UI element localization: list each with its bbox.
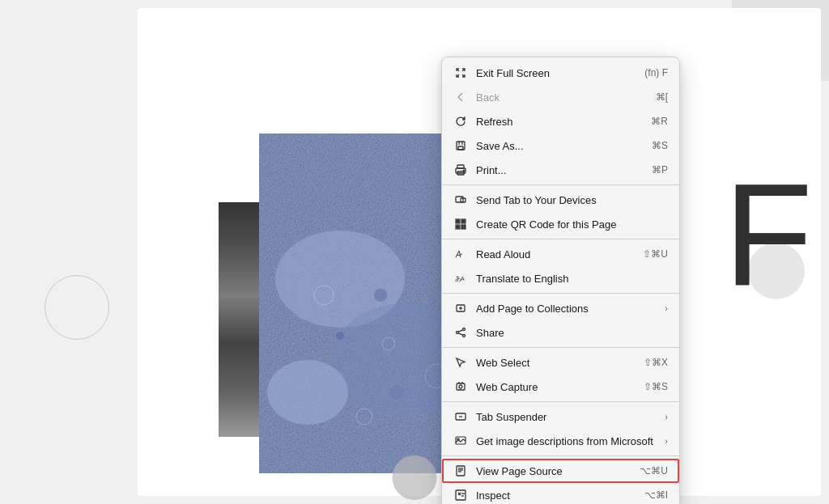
refresh-icon <box>453 114 468 129</box>
tab-suspender-icon <box>453 409 468 424</box>
image-descriptions-label: Get image descriptions from Microsoft <box>476 435 658 447</box>
menu-item-refresh[interactable]: Refresh ⌘R <box>442 109 679 133</box>
decorative-large-letter: F <box>724 162 813 307</box>
divider-4 <box>442 347 679 348</box>
divider-1 <box>442 184 679 185</box>
svg-rect-56 <box>457 383 465 390</box>
read-aloud-shortcut: ⇧⌘U <box>643 248 668 260</box>
translate-label: Translate to English <box>476 273 668 285</box>
svg-rect-41 <box>464 225 466 227</box>
send-tab-icon <box>453 193 468 207</box>
read-aloud-label: Read Aloud <box>476 248 627 260</box>
svg-point-57 <box>459 385 462 388</box>
svg-point-14 <box>416 274 426 284</box>
qr-code-label: Create QR Code for this Page <box>476 218 668 231</box>
svg-point-12 <box>374 289 387 302</box>
menu-item-save-as[interactable]: Save As... ⌘S <box>442 133 679 158</box>
svg-point-52 <box>463 335 466 337</box>
decorative-circle-bottom <box>393 455 437 500</box>
exit-full-screen-label: Exit Full Screen <box>476 67 628 79</box>
view-source-label: View Page Source <box>476 465 623 477</box>
menu-item-view-source[interactable]: View Page Source ⌥⌘U <box>442 459 679 483</box>
divider-5 <box>442 401 679 402</box>
divider-3 <box>442 293 679 294</box>
menu-item-send-tab[interactable]: Send Tab to Your Devices <box>442 188 679 212</box>
web-capture-label: Web Capture <box>476 381 627 393</box>
translate-icon: あ A <box>453 271 468 286</box>
menu-item-add-collections[interactable]: Add Page to Collections › <box>442 296 679 320</box>
web-select-shortcut: ⇧⌘X <box>644 357 668 368</box>
share-icon <box>453 325 468 340</box>
qr-code-icon <box>453 217 468 231</box>
menu-item-read-aloud[interactable]: A * Read Aloud ⇧⌘U <box>442 242 679 266</box>
save-as-shortcut: ⌘S <box>652 140 668 151</box>
add-collections-icon <box>453 301 468 316</box>
svg-text:A: A <box>461 276 465 282</box>
share-label: Share <box>476 327 668 339</box>
svg-point-51 <box>463 328 466 331</box>
tab-suspender-arrow: › <box>665 412 668 421</box>
svg-rect-42 <box>461 227 463 229</box>
svg-rect-37 <box>462 220 465 222</box>
svg-rect-39 <box>457 226 459 228</box>
svg-rect-64 <box>457 466 465 476</box>
context-menu: Exit Full Screen (fn) F Back ⌘[ Refresh … <box>441 57 680 504</box>
menu-item-back[interactable]: Back ⌘[ <box>442 85 679 109</box>
back-shortcut: ⌘[ <box>656 91 668 103</box>
image-descriptions-icon <box>453 434 468 448</box>
inspect-shortcut: ⌥⌘I <box>644 489 668 501</box>
svg-point-31 <box>463 170 465 172</box>
back-label: Back <box>476 91 640 104</box>
svg-point-11 <box>267 360 348 425</box>
decorative-circle-left <box>45 275 109 340</box>
menu-item-qr-code[interactable]: Create QR Code for this Page <box>442 212 679 236</box>
menu-item-tab-suspender[interactable]: Tab Suspender › <box>442 404 679 429</box>
svg-line-55 <box>459 333 463 335</box>
divider-2 <box>442 239 679 239</box>
image-descriptions-arrow: › <box>665 436 668 446</box>
menu-item-translate[interactable]: あ A Translate to English <box>442 266 679 290</box>
web-select-label: Web Select <box>476 357 627 369</box>
back-arrow-icon <box>453 90 468 104</box>
svg-point-13 <box>336 332 344 340</box>
add-collections-arrow: › <box>665 303 668 313</box>
menu-item-web-capture[interactable]: Web Capture ⇧⌘S <box>442 375 679 399</box>
web-capture-shortcut: ⇧⌘S <box>644 381 668 392</box>
menu-item-image-descriptions[interactable]: Get image descriptions from Microsoft › <box>442 429 679 453</box>
inspect-label: Inspect <box>476 489 628 502</box>
svg-text:*: * <box>460 252 462 259</box>
send-tab-label: Send Tab to Your Devices <box>476 194 668 206</box>
print-label: Print... <box>476 164 636 176</box>
refresh-shortcut: ⌘R <box>651 116 668 127</box>
menu-item-inspect[interactable]: Inspect ⌥⌘I <box>442 483 679 504</box>
menu-item-exit-full-screen[interactable]: Exit Full Screen (fn) F <box>442 61 679 85</box>
web-select-icon <box>453 355 468 370</box>
svg-rect-40 <box>461 225 463 227</box>
photo-strip <box>219 202 263 437</box>
divider-6 <box>442 455 679 456</box>
svg-rect-27 <box>458 146 463 150</box>
tab-suspender-label: Tab Suspender <box>476 411 658 423</box>
save-icon <box>453 138 468 153</box>
add-collections-label: Add Page to Collections <box>476 303 658 315</box>
print-shortcut: ⌘P <box>652 164 668 176</box>
refresh-label: Refresh <box>476 116 635 128</box>
svg-rect-35 <box>457 220 459 222</box>
svg-rect-43 <box>464 227 466 229</box>
exit-fullscreen-icon <box>453 66 468 80</box>
read-aloud-icon: A * <box>453 247 468 261</box>
svg-line-54 <box>459 330 463 332</box>
save-as-label: Save As... <box>476 140 636 152</box>
exit-full-screen-shortcut: (fn) F <box>644 67 668 78</box>
inspect-icon <box>453 488 468 502</box>
svg-point-15 <box>389 385 404 400</box>
view-source-icon <box>453 464 468 478</box>
view-source-shortcut: ⌥⌘U <box>640 465 668 476</box>
svg-point-53 <box>457 332 459 334</box>
print-icon <box>453 163 468 177</box>
svg-rect-32 <box>456 197 463 202</box>
web-capture-icon <box>453 379 468 394</box>
menu-item-print[interactable]: Print... ⌘P <box>442 158 679 182</box>
menu-item-share[interactable]: Share <box>442 320 679 345</box>
menu-item-web-select[interactable]: Web Select ⇧⌘X <box>442 350 679 375</box>
